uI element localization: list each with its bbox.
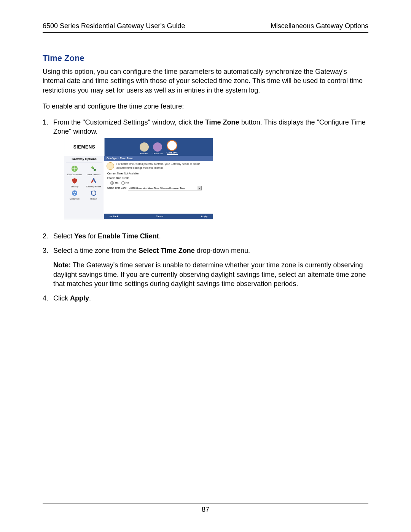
sidebar-title: Gateway Options bbox=[66, 157, 102, 163]
reboot-icon bbox=[89, 189, 98, 197]
intro-paragraph: Using this option, you can configure the… bbox=[43, 67, 368, 95]
tz-label: Select Time Zone: bbox=[107, 187, 127, 189]
step4-post: . bbox=[89, 294, 91, 302]
main-pane: Configure Time Zone For better time-rela… bbox=[104, 156, 213, 219]
nav-users-label: USERS bbox=[140, 152, 148, 155]
nav-gateway[interactable]: GATEWAY bbox=[167, 140, 178, 155]
sidebar-item-isp[interactable]: ISP Connection bbox=[66, 165, 83, 176]
step2-pre: Select bbox=[53, 232, 74, 240]
header-right: Miscellaneous Gateway Options bbox=[271, 22, 368, 30]
step-1: 1. From the "Customized Settings" window… bbox=[43, 118, 368, 226]
current-time-value: Not Available bbox=[124, 172, 139, 175]
nav-users[interactable]: USERS bbox=[140, 142, 149, 155]
step3-note-label: Note: bbox=[53, 261, 71, 269]
apply-button[interactable]: Apply bbox=[199, 215, 209, 218]
brand-area: SIEMENS bbox=[64, 138, 105, 156]
sidebar-health-label: Gateway Health bbox=[86, 185, 101, 188]
tz-select-value: +0000 Greenwich Mean Time; Western Europ… bbox=[129, 187, 185, 190]
current-time-row: Current Time: Not Available bbox=[107, 172, 210, 176]
customize-icon bbox=[70, 189, 79, 197]
sidebar-reboot-label: Reboot bbox=[90, 198, 97, 200]
pane-header: Configure Time Zone bbox=[104, 156, 213, 161]
pane-info-text: For better time-related parental control… bbox=[116, 162, 210, 169]
step2-b2: Enable Time Client bbox=[98, 232, 159, 240]
timezone-row: Select Time Zone: +0000 Greenwich Mean T… bbox=[107, 186, 210, 190]
clock-icon bbox=[107, 162, 114, 170]
step-number: 1. bbox=[43, 118, 53, 226]
step2-mid: for bbox=[86, 232, 98, 240]
radio-no[interactable] bbox=[121, 181, 125, 185]
sidebar-home-label: Home Network bbox=[87, 173, 100, 176]
nav-devices-label: DEVICES bbox=[153, 152, 162, 155]
gateway-icon bbox=[167, 140, 177, 151]
step-number: 4. bbox=[43, 294, 53, 303]
sidebar-item-customize[interactable]: Customize bbox=[66, 189, 83, 200]
nav-gateway-label: GATEWAY bbox=[167, 151, 178, 154]
sidebar-item-reboot[interactable]: Reboot bbox=[85, 189, 102, 200]
section-title: Time Zone bbox=[43, 53, 368, 63]
app-top-bar: SIEMENS USERS DEVICES bbox=[64, 138, 213, 156]
sidebar-security-label: Security bbox=[71, 185, 78, 188]
step1-pre: From the "Customized Settings" window, c… bbox=[53, 118, 205, 126]
enable-client-radios: Yes No bbox=[107, 181, 210, 185]
radio-yes-label: Yes bbox=[115, 181, 119, 184]
step4-bold: Apply bbox=[70, 294, 89, 302]
security-icon bbox=[70, 177, 79, 185]
header-left: 6500 Series Residential Gateway User's G… bbox=[43, 22, 185, 30]
pane-info: For better time-related parental control… bbox=[104, 161, 213, 171]
step3-note-body: The Gateway's time server is unable to d… bbox=[53, 261, 366, 288]
nav-devices[interactable]: DEVICES bbox=[153, 142, 162, 155]
svg-point-7 bbox=[75, 192, 76, 193]
tz-select[interactable]: +0000 Greenwich Mean Time; Western Europ… bbox=[128, 186, 202, 190]
app-body: Gateway Options ISP Connection bbox=[64, 156, 213, 219]
sidebar-customize-label: Customize bbox=[70, 198, 80, 200]
step1-bold: Time Zone bbox=[205, 118, 239, 126]
step-number: 2. bbox=[43, 232, 53, 241]
lead-in-text: To enable and configure the time zone fe… bbox=[43, 102, 368, 111]
step3-pre: Select a time zone from the bbox=[53, 247, 139, 254]
step3-post: drop-down menu. bbox=[195, 247, 250, 254]
devices-icon bbox=[153, 142, 162, 152]
enable-client-label: Enable Time Client: bbox=[107, 177, 210, 180]
home-icon bbox=[89, 165, 98, 173]
users-icon bbox=[140, 142, 149, 152]
step2-post: . bbox=[159, 232, 161, 240]
svg-point-8 bbox=[74, 194, 75, 195]
radio-yes[interactable] bbox=[110, 181, 114, 185]
page-header: 6500 Series Residential Gateway User's G… bbox=[43, 22, 368, 33]
step3-bold: Select Time Zone bbox=[139, 247, 195, 254]
sidebar: Gateway Options ISP Connection bbox=[64, 156, 104, 219]
sidebar-item-security[interactable]: Security bbox=[66, 177, 83, 188]
step-3: 3. Select a time zone from the Select Ti… bbox=[43, 246, 368, 288]
chevron-down-icon: ▾ bbox=[198, 186, 201, 190]
step2-b1: Yes bbox=[74, 232, 86, 240]
current-time-label: Current Time: bbox=[107, 172, 124, 175]
step-number: 3. bbox=[43, 246, 53, 288]
page-number: 87 bbox=[202, 506, 209, 513]
step-4: 4. Click Apply. bbox=[43, 294, 368, 303]
brand-text: SIEMENS bbox=[73, 144, 96, 150]
bottom-bar: << Back Cancel Apply bbox=[104, 214, 213, 219]
sidebar-isp-label: ISP Connection bbox=[67, 173, 82, 176]
steps-list: 1. From the "Customized Settings" window… bbox=[43, 118, 368, 303]
configure-timezone-screenshot: SIEMENS USERS DEVICES bbox=[64, 138, 213, 219]
top-nav: USERS DEVICES GATEWAY bbox=[105, 138, 213, 156]
sidebar-item-home[interactable]: Home Network bbox=[85, 165, 102, 176]
health-icon bbox=[89, 177, 98, 185]
svg-point-5 bbox=[72, 190, 77, 196]
step-2: 2. Select Yes for Enable Time Client. bbox=[43, 232, 368, 241]
svg-point-6 bbox=[73, 192, 75, 193]
cancel-button[interactable]: Cancel bbox=[155, 215, 165, 218]
isp-icon bbox=[70, 165, 79, 173]
page-footer: 87 bbox=[43, 503, 368, 514]
radio-no-label: No bbox=[126, 181, 129, 184]
step4-pre: Click bbox=[53, 294, 70, 302]
back-button[interactable]: << Back bbox=[108, 215, 120, 218]
sidebar-item-health[interactable]: Gateway Health bbox=[85, 177, 102, 188]
